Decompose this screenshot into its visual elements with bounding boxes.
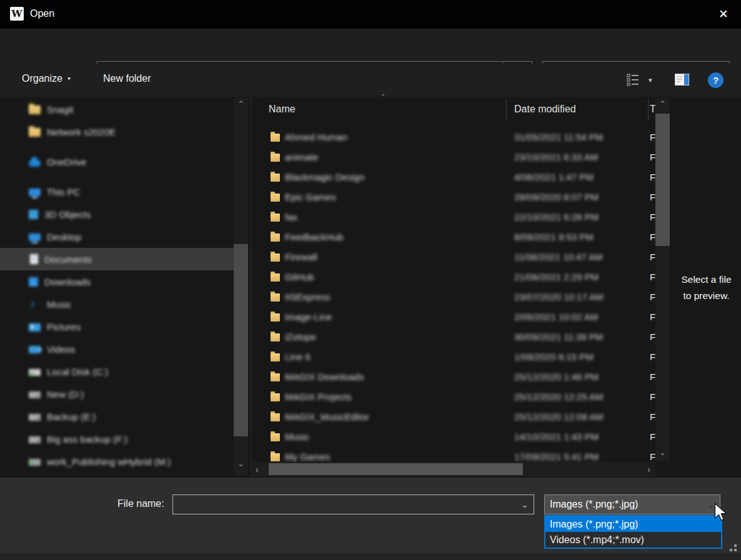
file-name-input[interactable] [173,499,516,510]
details-view-icon[interactable] [626,73,640,87]
scrollbar-thumb[interactable] [655,114,670,246]
scrollbar-thumb[interactable] [234,244,248,436]
file-list-horizontal-scrollbar[interactable]: ‹ › [252,462,655,476]
scroll-right-icon[interactable]: › [647,464,650,474]
help-button[interactable]: ? [708,72,724,88]
file-name: iZotope [285,332,316,342]
file-name-combobox[interactable]: ⌄ [172,494,534,514]
sidebar-item-label: Network s2020E [47,127,116,137]
view-options-chevron[interactable]: ▾ [649,76,652,84]
mouse-cursor [714,503,728,522]
dialog-bottom-edge [0,553,741,560]
title-bar: W Open ✕ [0,0,741,29]
file-row[interactable]: Image-Line 2/05/2021 10:02 AM File folde… [252,308,655,328]
scroll-down-icon[interactable]: ⌄ [234,459,248,468]
sidebar-item-content: New (D:) [29,389,84,400]
file-row[interactable]: Line 6 1/09/2020 6:15 PM File folder [252,348,655,368]
column-header-name[interactable]: Name [269,104,296,115]
column-divider[interactable] [648,99,649,120]
preview-pane-icon[interactable] [675,74,689,86]
sidebar-item[interactable]: OneDrive [0,150,234,173]
folder-icon [271,154,280,162]
scroll-left-icon[interactable]: ‹ [256,464,259,474]
scroll-down-icon[interactable]: ⌄ [655,448,670,457]
sidebar-item-icon [29,233,41,241]
sidebar-item-icon [29,160,41,167]
sidebar-item[interactable]: Network s2020E [0,120,234,143]
file-row[interactable]: animate 23/10/2021 6:33 AM File folder [252,148,655,168]
file-name: Firewall [285,252,317,262]
file-name: FeedbackHub [285,232,343,242]
file-name: Music [285,431,309,442]
sidebar-item[interactable]: Big ass backup (F:) [0,428,234,450]
file-row[interactable]: FeedbackHub 8/09/2021 9:53 PM File folde… [252,228,655,248]
file-row[interactable]: Blackmagic Design 4/06/2021 1:47 PM File… [252,168,655,188]
file-type-select[interactable]: Images (*.png;*.jpg) ⌄ [544,494,720,514]
scroll-up-icon[interactable]: ⌃ [655,99,670,109]
file-row[interactable]: MAGIX_MusicEditor 25/12/2020 12:08 AM Fi… [252,408,655,428]
file-type: File folder [650,292,655,302]
file-row[interactable]: fax 22/10/2021 6:28 PM File folder [252,208,655,228]
file-row[interactable]: Epic Games 28/09/2020 8:07 PM File folde… [252,188,655,208]
chevron-down-icon[interactable]: ⌄ [516,500,534,509]
file-row[interactable]: Firewall 11/06/2021 10:47 AM File folder [252,248,655,268]
new-folder-button[interactable]: New folder [103,73,151,84]
file-date-modified: 17/09/2021 5:41 PM [514,451,599,462]
file-row[interactable]: Music 14/10/2021 1:43 PM File folder [252,428,655,448]
scrollbar-thumb[interactable] [269,463,523,475]
sidebar-item[interactable]: Downloads [0,270,234,293]
folder-icon [271,353,280,361]
sidebar-item[interactable]: Desktop [0,225,234,248]
sidebar-scrollbar[interactable]: ⌃ ⌄ [234,98,248,475]
file-type: File folder [650,252,655,262]
sidebar-item[interactable]: Videos [0,338,234,360]
sidebar-item[interactable]: Local Disk (C:) [0,360,234,383]
file-type-option[interactable]: Videos (*.mp4;*.mov) [545,532,721,548]
column-divider[interactable] [506,99,507,120]
file-type: File folder [650,411,655,422]
organize-button[interactable]: Organize▾ [22,73,71,84]
file-date-modified: 22/10/2021 6:28 PM [514,212,599,222]
file-type: File folder [650,332,655,342]
file-row[interactable]: Ahmed Human 31/05/2021 11:54 PM File fol… [252,128,655,148]
chevron-down-icon: ▾ [67,75,71,82]
file-row[interactable]: MAGIX Downloads 25/12/2020 1:46 PM File … [252,368,655,388]
main-content: Snagit Network s2020E OneDrive [0,97,741,478]
sidebar-item[interactable]: New (D:) [0,383,234,405]
sidebar-item-label: This PC [47,187,80,197]
file-list-scrollbar[interactable]: ⌃ ⌄ [655,98,670,461]
sidebar-item-label: work_Publishing wHybrid (M:) [47,456,171,467]
sidebar-item[interactable]: Documents [0,248,234,270]
file-row[interactable]: GitHub 21/06/2021 2:29 PM File folder [252,268,655,288]
sidebar-item[interactable]: This PC [0,180,234,203]
file-type: File folder [650,192,655,202]
file-date-modified: 25/12/2020 12:25 AM [514,391,604,402]
folder-icon [271,174,280,182]
sidebar-item-label: Snagit [47,104,74,115]
column-header-type[interactable]: Type [650,104,655,115]
file-name: Ahmed Human [285,132,347,142]
open-dialog: W Open ✕ ← → ⌄ ↑ › This PC › Documents ›… [0,0,741,560]
file-name: Epic Games [285,192,336,202]
column-header-date-modified[interactable]: Date modified [514,104,576,115]
file-type-option[interactable]: Images (*.png;*.jpg) [545,516,721,532]
sidebar-item-label: 3D Objects [44,209,91,220]
sidebar-item[interactable]: Pictures [0,315,234,338]
command-toolbar: Organize▾ New folder ▾ ? [0,64,741,97]
sidebar-item[interactable]: Backup (E:) [0,405,234,428]
sidebar-item[interactable]: 3D Objects [0,203,234,225]
sidebar-item-icon [29,414,41,421]
sidebar-item-label: Desktop [47,232,81,242]
file-row[interactable]: My Games 17/09/2021 5:41 PM File folder [252,448,655,462]
sidebar-item[interactable]: Music [0,293,234,315]
close-button[interactable]: ✕ [711,5,736,24]
sidebar-item[interactable]: Snagit [0,98,234,120]
file-name: fax [285,212,297,222]
scroll-up-icon[interactable]: ⌃ [234,99,248,109]
file-row[interactable]: MAGIX Projects 25/12/2020 12:25 AM File … [252,388,655,408]
file-row[interactable]: IISExpress 23/07/2020 10:17 AM File fold… [252,288,655,308]
sidebar-item[interactable]: work_Publishing wHybrid (M:) [0,450,234,473]
sidebar-item-icon [29,299,41,310]
sidebar-item-label: Music [47,299,71,310]
file-row[interactable]: iZotope 30/09/2021 11:39 PM File folder [252,328,655,348]
